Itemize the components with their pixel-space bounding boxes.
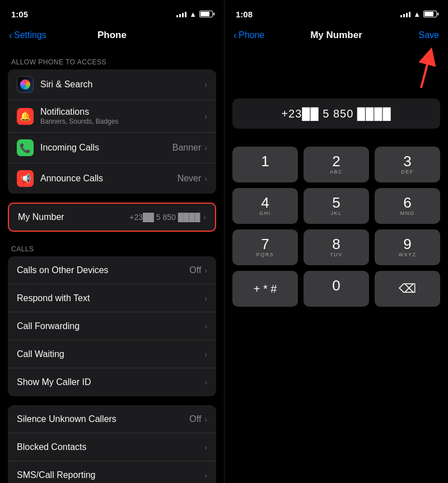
dial-key-3[interactable]: 3 DEF: [375, 147, 440, 182]
right-scroll-area: +23██ 5 850 ████ 1 2 ABC 3 DEF 4 GHI: [225, 49, 448, 483]
caller-id-title: Show My Caller ID: [17, 377, 204, 387]
blocked-contacts-item[interactable]: Blocked Contacts ›: [8, 433, 216, 461]
silence-unknown-item[interactable]: Silence Unknown Callers Off ›: [8, 405, 216, 433]
dial-key-4[interactable]: 4 GHI: [232, 188, 298, 224]
incoming-calls-value: Banner: [172, 143, 202, 153]
blocked-contacts-title: Blocked Contacts: [17, 442, 204, 452]
calls-section-label: CALLS: [0, 236, 224, 256]
incoming-calls-chevron-icon: ›: [204, 143, 207, 152]
announce-calls-icon: 📢: [17, 170, 34, 187]
right-chevron-left-icon: ‹: [234, 30, 237, 40]
right-page-title: My Number: [310, 30, 362, 41]
respond-text-title: Respond with Text: [17, 293, 204, 303]
respond-text-item[interactable]: Respond with Text ›: [8, 284, 216, 312]
announce-calls-value: Never: [178, 173, 202, 184]
incoming-calls-icon: 📞: [17, 139, 34, 156]
caller-id-item[interactable]: Show My Caller ID ›: [8, 368, 216, 396]
right-panel: 1:08 ▲ ‹ Phone My Number Save: [224, 0, 448, 483]
dial-key-8[interactable]: 8 TUV: [304, 229, 369, 265]
right-status-icons: ▲: [400, 10, 437, 18]
blocked-contacts-chevron-icon: ›: [204, 443, 207, 452]
dial-key-1[interactable]: 1: [232, 147, 298, 182]
sms-reporting-item[interactable]: SMS/Call Reporting ›: [8, 461, 216, 483]
right-signal-icon: [400, 11, 410, 17]
dial-key-6[interactable]: 6 MNO: [375, 188, 440, 224]
siri-chevron-icon: ›: [204, 80, 207, 89]
siri-search-item[interactable]: Siri & Search ›: [8, 69, 216, 100]
respond-text-chevron-icon: ›: [204, 294, 207, 303]
call-waiting-chevron-icon: ›: [204, 350, 207, 359]
dial-key-0[interactable]: 0: [304, 271, 369, 307]
calls-section: CALLS Calls on Other Devices Off › Respo…: [0, 236, 224, 396]
caller-id-chevron-icon: ›: [204, 378, 207, 387]
dial-key-5[interactable]: 5 JKL: [304, 188, 369, 224]
phone-back-button[interactable]: ‹ Phone: [234, 30, 264, 40]
call-forwarding-item[interactable]: Call Forwarding ›: [8, 312, 216, 340]
right-status-bar: 1:08 ▲: [225, 0, 448, 25]
calls-other-devices-value: Off: [189, 265, 201, 275]
right-wifi-icon: ▲: [413, 10, 421, 18]
incoming-calls-title: Incoming Calls: [40, 143, 172, 153]
right-battery-icon: [423, 11, 437, 17]
my-number-chevron-icon: ›: [203, 213, 206, 222]
left-page-title: Phone: [97, 30, 127, 41]
dial-key-9[interactable]: 9 WXYZ: [375, 229, 440, 265]
other-list-group: Silence Unknown Callers Off › Blocked Co…: [8, 405, 216, 483]
left-nav-bar: ‹ Settings Phone: [0, 25, 224, 49]
right-back-label: Phone: [239, 30, 264, 40]
call-forwarding-title: Call Forwarding: [17, 321, 204, 331]
sms-reporting-title: SMS/Call Reporting: [17, 470, 204, 480]
dial-key-symbols[interactable]: + * #: [232, 271, 298, 307]
notifications-subtitle: Banners, Sounds, Badges: [40, 118, 204, 125]
calls-list-group: Calls on Other Devices Off › Respond wit…: [8, 256, 216, 396]
siri-search-title: Siri & Search: [40, 79, 204, 90]
settings-back-button[interactable]: ‹ Settings: [9, 30, 46, 40]
right-nav-bar: ‹ Phone My Number Save: [225, 25, 448, 49]
announce-calls-chevron-icon: ›: [204, 174, 207, 183]
dial-key-7[interactable]: 7 PQRS: [232, 229, 298, 265]
notifications-chevron-icon: ›: [204, 112, 207, 121]
my-number-value: +23██ 5 850 ████: [129, 213, 200, 222]
incoming-calls-item[interactable]: 📞 Incoming Calls Banner ›: [8, 133, 216, 163]
allow-section-label: ALLOW PHONE TO ACCESS: [0, 49, 224, 69]
chevron-left-icon: ‹: [9, 30, 12, 40]
call-forwarding-chevron-icon: ›: [204, 322, 207, 331]
dial-key-delete[interactable]: ⌫: [375, 271, 440, 307]
notifications-item[interactable]: 🔔 Notifications Banners, Sounds, Badges …: [8, 100, 216, 133]
right-nav-area: ‹ Phone My Number Save: [225, 25, 448, 49]
right-status-time: 1:08: [236, 10, 253, 19]
call-waiting-title: Call Waiting: [17, 349, 204, 359]
battery-icon: [199, 11, 213, 17]
siri-icon: [17, 76, 34, 93]
announce-calls-title: Announce Calls: [40, 173, 178, 184]
silence-unknown-title: Silence Unknown Callers: [17, 414, 189, 424]
left-scroll-area: ALLOW PHONE TO ACCESS Siri & Search › 🔔 …: [0, 49, 224, 483]
phone-number-display: +23██ 5 850 ████: [281, 107, 391, 120]
wifi-icon: ▲: [189, 10, 197, 18]
calls-other-devices-chevron-icon: ›: [204, 266, 207, 275]
sms-reporting-chevron-icon: ›: [204, 471, 207, 480]
silence-unknown-value: Off: [189, 414, 201, 424]
notifications-title: Notifications: [40, 107, 204, 117]
save-button[interactable]: Save: [419, 30, 439, 40]
call-waiting-item[interactable]: Call Waiting ›: [8, 340, 216, 368]
notifications-icon: 🔔: [17, 108, 34, 125]
left-panel: 1:05 ▲ ‹ Settings Phone ALLOW PHONE TO A…: [0, 0, 224, 483]
calls-other-devices-item[interactable]: Calls on Other Devices Off ›: [8, 256, 216, 284]
dial-key-2[interactable]: 2 ABC: [304, 147, 369, 182]
allow-list-group: Siri & Search › 🔔 Notifications Banners,…: [8, 69, 216, 194]
silence-unknown-chevron-icon: ›: [204, 415, 207, 424]
signal-icon: [176, 11, 186, 17]
left-status-time: 1:05: [11, 10, 28, 19]
my-number-label: My Number: [18, 212, 129, 222]
dialpad: 1 2 ABC 3 DEF 4 GHI 5 JKL 6 MNO: [225, 140, 448, 313]
announce-calls-item[interactable]: 📢 Announce Calls Never ›: [8, 163, 216, 194]
my-number-item[interactable]: My Number +23██ 5 850 ████ ›: [8, 203, 216, 232]
calls-other-devices-title: Calls on Other Devices: [17, 265, 189, 275]
delete-icon: ⌫: [399, 282, 416, 296]
phone-display-area: +23██ 5 850 ████: [232, 99, 440, 129]
left-status-icons: ▲: [176, 10, 213, 18]
back-label: Settings: [14, 30, 46, 40]
left-status-bar: 1:05 ▲: [0, 0, 224, 25]
